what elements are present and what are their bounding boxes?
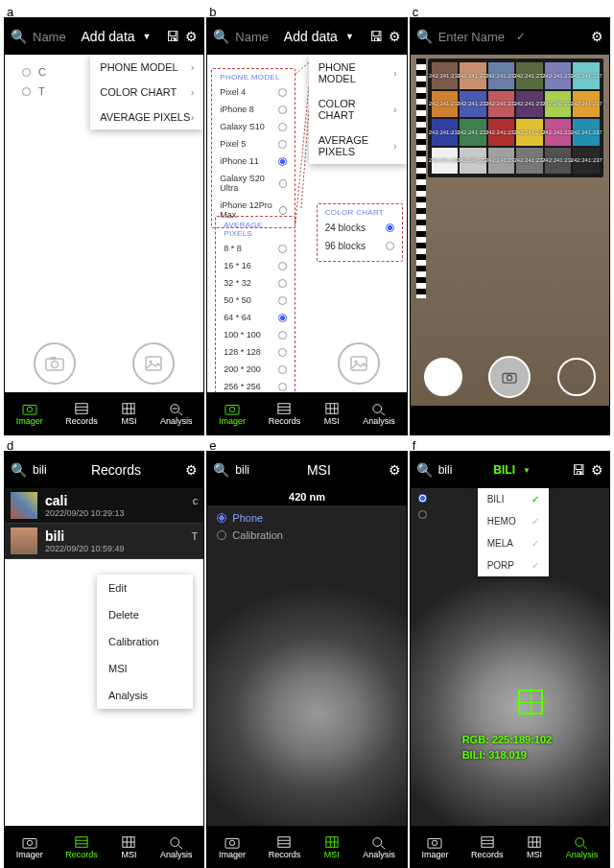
nav-imager[interactable]: Imager (219, 835, 246, 859)
pixel-option[interactable]: 256 * 256 (216, 378, 295, 392)
mode-mela[interactable]: MELA✓ (478, 532, 549, 554)
mode-bili[interactable]: BILI✓ (478, 488, 549, 510)
ctx-analysis[interactable]: Analysis (97, 682, 193, 709)
check-icon[interactable]: ✓ (516, 30, 526, 43)
nav-records[interactable]: Records (65, 402, 98, 426)
selection-target[interactable] (518, 690, 543, 715)
gear-icon[interactable]: ⚙ (185, 462, 198, 478)
test-button[interactable]: TEST (427, 415, 449, 425)
save-icon[interactable]: 🖫 (166, 29, 179, 44)
nav-records[interactable]: Records (471, 835, 504, 859)
pixel-option[interactable]: 200 * 200 (216, 361, 295, 378)
radio-c[interactable] (22, 68, 31, 77)
gear-icon[interactable]: ⚙ (591, 462, 603, 478)
radio-c-label: C (38, 66, 46, 78)
nav-msi[interactable]: MSI (323, 835, 341, 859)
search-icon[interactable]: 🔍 (416, 29, 433, 44)
nav-analysis[interactable]: Analysis (363, 835, 395, 859)
nav-imager[interactable]: Imager (219, 402, 246, 426)
nav-analysis[interactable]: Analysis (566, 835, 599, 859)
nav-records[interactable]: Records (65, 835, 98, 859)
search-text[interactable]: bili (33, 463, 47, 477)
ctx-delete[interactable]: Delete (97, 601, 193, 628)
search-icon[interactable]: 🔍 (11, 29, 27, 44)
nav-imager[interactable]: Imager (421, 835, 448, 859)
phone-option[interactable]: Pixel 4 (212, 83, 295, 101)
nav-msi[interactable]: MSI (120, 835, 137, 859)
nav-imager[interactable]: Imager (16, 402, 43, 426)
save-icon[interactable]: 🖫 (369, 29, 383, 44)
search-icon[interactable]: 🔍 (213, 29, 229, 44)
record-row-cali[interactable]: cali c 2022/09/20 10:29:13 (5, 488, 203, 524)
nav-analysis[interactable]: Analysis (160, 402, 193, 426)
nav-msi[interactable]: MSI (526, 835, 543, 859)
nav-records[interactable]: Records (269, 835, 301, 859)
phone-option[interactable]: iPhone 8 (212, 101, 295, 118)
analysis-mode-dropdown[interactable]: BILI (493, 463, 515, 477)
menu-phone-model[interactable]: PHONE MODEL› (309, 55, 407, 91)
flash-button[interactable]: FLASH: AUTO (534, 415, 593, 425)
save-icon[interactable]: 🖫 (572, 462, 585, 478)
chevron-down-icon[interactable]: ▼ (523, 466, 531, 475)
menu-average-pixels[interactable]: AVERAGE PIXELS› (309, 128, 407, 164)
chart-option[interactable]: 24 blocks (318, 219, 402, 237)
shutter-camera[interactable] (488, 356, 531, 398)
ctx-calibration[interactable]: Calibration (97, 628, 193, 655)
chevron-down-icon[interactable]: ▼ (345, 32, 354, 41)
nav-msi[interactable]: MSI (323, 402, 341, 426)
search-icon[interactable]: 🔍 (213, 462, 229, 478)
shutter-right[interactable] (557, 358, 596, 396)
enter-name-placeholder[interactable]: Enter Name (438, 30, 505, 44)
gear-icon[interactable]: ⚙ (185, 29, 198, 44)
gallery-button[interactable] (338, 342, 380, 385)
menu-color-chart[interactable]: COLOR CHART› (309, 91, 407, 128)
record-row-bili[interactable]: bili T 2022/09/20 10:59:49 (5, 524, 203, 559)
nav-msi[interactable]: MSI (120, 402, 137, 426)
nav-records[interactable]: Records (269, 402, 301, 426)
mode-porp[interactable]: PORP✓ (478, 554, 549, 576)
gallery-button[interactable] (132, 342, 175, 385)
name-placeholder[interactable]: Name (33, 30, 66, 44)
pixel-option[interactable]: 64 * 64 (216, 309, 295, 326)
phone-option[interactable]: Galaxy S20 Ultra (212, 170, 295, 197)
phone-option[interactable]: Pixel 5 (212, 135, 295, 152)
pixel-option[interactable]: 8 * 8 (216, 240, 295, 257)
chart-option[interactable]: 96 blocks (318, 237, 402, 255)
menu-phone-model[interactable]: PHONE MODEL› (90, 55, 203, 80)
pixel-option[interactable]: 100 * 100 (216, 326, 295, 343)
hide-button[interactable]: HIDE (482, 415, 503, 425)
ctx-edit[interactable]: Edit (97, 575, 193, 601)
shutter-left[interactable] (424, 358, 462, 396)
radio-top[interactable] (418, 494, 427, 503)
gear-icon[interactable]: ⚙ (389, 462, 401, 478)
phone-option[interactable]: iPhone 11 (212, 152, 295, 170)
camera-button[interactable] (34, 342, 76, 385)
mode-hemo[interactable]: HEMO✓ (478, 510, 549, 532)
pixel-option[interactable]: 50 * 50 (216, 292, 295, 309)
radio-phone[interactable]: Phone (207, 509, 293, 527)
search-text[interactable]: bili (438, 463, 453, 477)
nav-analysis[interactable]: Analysis (363, 402, 395, 426)
radio-t[interactable] (22, 87, 31, 96)
search-icon[interactable]: 🔍 (416, 462, 433, 478)
menu-average-pixels[interactable]: AVERAGE PIXELS› (90, 105, 203, 129)
radio-bottom[interactable] (418, 510, 427, 519)
add-data-dropdown[interactable]: Add data (284, 29, 338, 44)
add-data-dropdown[interactable]: Add data (82, 29, 135, 44)
chevron-down-icon[interactable]: ▼ (143, 32, 152, 41)
search-icon[interactable]: 🔍 (11, 462, 27, 478)
gear-icon[interactable]: ⚙ (389, 29, 401, 44)
pixel-option[interactable]: 16 * 16 (216, 257, 295, 274)
svg-rect-45 (278, 836, 290, 847)
gear-icon[interactable]: ⚙ (591, 29, 603, 44)
menu-color-chart[interactable]: COLOR CHART› (90, 80, 203, 105)
pixel-option[interactable]: 32 * 32 (216, 274, 295, 292)
ctx-msi[interactable]: MSI (97, 655, 193, 682)
radio-calibration[interactable]: Calibration (207, 527, 293, 544)
pixel-option[interactable]: 128 * 128 (216, 343, 295, 361)
name-placeholder[interactable]: Name (235, 30, 269, 44)
nav-imager[interactable]: Imager (16, 835, 43, 859)
nav-analysis[interactable]: Analysis (160, 835, 193, 859)
phone-option[interactable]: Galaxy S10 (212, 118, 295, 135)
search-text[interactable]: bili (235, 463, 249, 477)
